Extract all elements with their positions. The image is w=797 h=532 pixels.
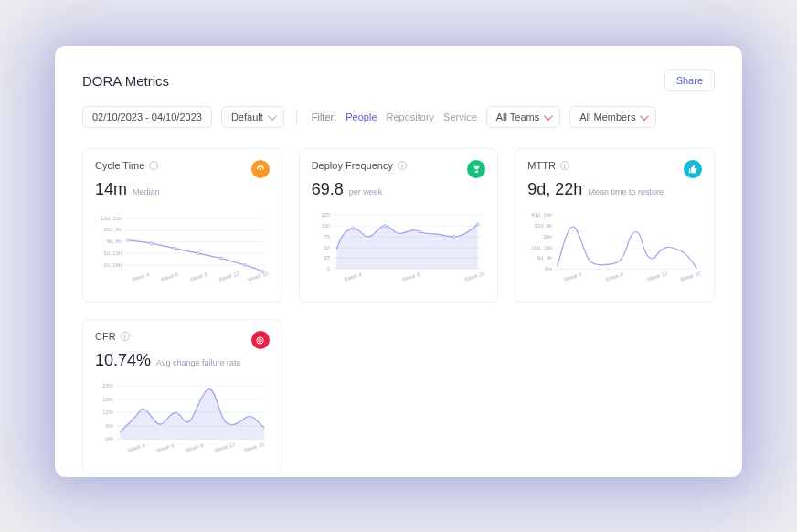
thumbs-up-icon bbox=[684, 160, 702, 178]
card-title: Deploy Frequency i bbox=[312, 160, 407, 171]
card-title: CFR i bbox=[95, 331, 130, 342]
chevron-down-icon bbox=[268, 112, 277, 121]
card-title: MTTR i bbox=[527, 160, 569, 171]
svg-point-14 bbox=[220, 257, 223, 260]
svg-text:13d, 21h: 13d, 21h bbox=[101, 216, 122, 221]
svg-text:Week 6: Week 6 bbox=[160, 271, 179, 282]
svg-text:Week 16: Week 16 bbox=[247, 271, 269, 282]
svg-text:12%: 12% bbox=[102, 410, 114, 415]
svg-point-34 bbox=[352, 227, 355, 229]
svg-text:0%: 0% bbox=[105, 436, 113, 442]
svg-text:75: 75 bbox=[324, 234, 330, 239]
filter-option-service[interactable]: Service bbox=[443, 112, 477, 122]
preset-selector[interactable]: Default bbox=[221, 106, 284, 128]
svg-point-55 bbox=[260, 339, 260, 340]
card-title-text: Deploy Frequency bbox=[312, 160, 393, 171]
card-value: 69.8 bbox=[312, 180, 344, 199]
svg-point-15 bbox=[243, 263, 246, 266]
card-value: 14m bbox=[95, 180, 127, 199]
svg-text:Week 4: Week 4 bbox=[127, 442, 146, 453]
date-range-value: 02/10/2023 - 04/10/2023 bbox=[92, 112, 202, 122]
svg-text:0m: 0m bbox=[545, 266, 552, 271]
svg-text:Week 8: Week 8 bbox=[185, 442, 204, 453]
chart-cfr: 25% 18% 12% 6% 0% Week 4 Week 6 Week 8 W… bbox=[95, 370, 270, 462]
card-mttr[interactable]: MTTR i 9d, 22h Mean time to restore 41d,… bbox=[515, 148, 715, 303]
svg-text:Week 4: Week 4 bbox=[564, 271, 583, 282]
teams-selector[interactable]: All Teams bbox=[486, 106, 560, 128]
chevron-down-icon bbox=[544, 112, 553, 121]
chevron-down-icon bbox=[640, 112, 649, 121]
filter-label: Filter: bbox=[312, 112, 337, 122]
svg-text:2d, 19h: 2d, 19h bbox=[103, 262, 122, 268]
svg-point-36 bbox=[418, 230, 420, 233]
svg-text:41d, 16h: 41d, 16h bbox=[532, 212, 553, 218]
svg-point-10 bbox=[127, 239, 130, 241]
svg-text:5d, 13h: 5d, 13h bbox=[103, 250, 122, 256]
card-sublabel: per week bbox=[349, 187, 383, 197]
trophy-icon bbox=[467, 160, 485, 178]
card-cfr[interactable]: CFR i 10.74% Avg change failure rate 25%… bbox=[82, 319, 282, 473]
chart-mttr: 41d, 16h 32d, 8h 26h 16d, 16h 8d, 8h 0m … bbox=[527, 199, 702, 291]
chart-deploy-frequency: 125 100 75 50 25 0 Week 4 Week 8 Week 16 bbox=[312, 199, 486, 291]
filter-option-repository[interactable]: Repository bbox=[387, 112, 435, 122]
members-label: All Members bbox=[579, 112, 635, 122]
card-sublabel: Median bbox=[133, 187, 160, 197]
svg-text:Week 16: Week 16 bbox=[463, 271, 485, 282]
info-icon[interactable]: i bbox=[149, 161, 158, 170]
svg-text:0: 0 bbox=[326, 266, 330, 271]
svg-text:100: 100 bbox=[321, 223, 331, 229]
svg-point-38 bbox=[476, 223, 479, 226]
page-title: DORA Metrics bbox=[82, 73, 169, 89]
svg-text:32d, 8h: 32d, 8h bbox=[535, 223, 553, 229]
divider bbox=[296, 109, 297, 125]
date-range-picker[interactable]: 02/10/2023 - 04/10/2023 bbox=[82, 106, 212, 128]
svg-text:Week 6: Week 6 bbox=[156, 442, 175, 453]
svg-text:8d, 8h: 8d, 8h bbox=[107, 239, 122, 244]
target-icon bbox=[251, 331, 270, 349]
svg-text:11d, 8h: 11d, 8h bbox=[103, 227, 122, 232]
svg-text:Week 16: Week 16 bbox=[680, 271, 702, 282]
svg-text:6%: 6% bbox=[105, 423, 113, 429]
svg-text:50: 50 bbox=[324, 245, 330, 250]
card-value: 10.74% bbox=[95, 351, 151, 370]
svg-text:Week 4: Week 4 bbox=[343, 271, 362, 282]
card-cycle-time[interactable]: Cycle Time i 14m Median 13d, 21h 11d, 8h… bbox=[82, 148, 282, 303]
filter-option-people[interactable]: People bbox=[345, 112, 377, 122]
card-sublabel: Avg change failure rate bbox=[156, 358, 240, 367]
share-button[interactable]: Share bbox=[664, 69, 715, 91]
info-icon[interactable]: i bbox=[560, 161, 569, 170]
svg-text:26h: 26h bbox=[544, 234, 553, 239]
svg-text:Week 8: Week 8 bbox=[189, 271, 208, 282]
card-title: Cycle Time i bbox=[95, 160, 158, 171]
info-icon[interactable]: i bbox=[121, 332, 130, 341]
svg-text:125: 125 bbox=[321, 212, 331, 218]
svg-point-11 bbox=[150, 242, 153, 245]
card-sublabel: Mean time to restore bbox=[588, 187, 664, 197]
svg-point-12 bbox=[174, 247, 176, 250]
preset-label: Default bbox=[231, 112, 263, 122]
info-icon[interactable]: i bbox=[398, 161, 407, 170]
card-deploy-frequency[interactable]: Deploy Frequency i 69.8 per week 125 100… bbox=[299, 148, 499, 303]
svg-text:Week 8: Week 8 bbox=[401, 271, 420, 282]
svg-text:Week 4: Week 4 bbox=[131, 271, 150, 282]
svg-text:16d, 16h: 16d, 16h bbox=[532, 245, 553, 250]
card-title-text: MTTR bbox=[527, 160, 556, 171]
svg-text:8d, 8h: 8d, 8h bbox=[537, 255, 552, 261]
dashboard-panel: DORA Metrics Share 02/10/2023 - 04/10/20… bbox=[55, 46, 742, 477]
svg-point-35 bbox=[383, 225, 386, 228]
filter-bar: 02/10/2023 - 04/10/2023 Default Filter: … bbox=[82, 106, 715, 128]
teams-label: All Teams bbox=[496, 112, 539, 122]
card-title-text: CFR bbox=[95, 331, 116, 342]
svg-text:18%: 18% bbox=[102, 397, 114, 402]
svg-text:Week 12: Week 12 bbox=[646, 271, 669, 282]
svg-text:Week 8: Week 8 bbox=[605, 271, 624, 282]
members-selector[interactable]: All Members bbox=[569, 106, 656, 128]
card-value: 9d, 22h bbox=[527, 180, 582, 199]
svg-point-13 bbox=[197, 252, 199, 255]
svg-text:Week 12: Week 12 bbox=[214, 442, 237, 453]
svg-text:25%: 25% bbox=[102, 383, 114, 388]
svg-text:Week 12: Week 12 bbox=[218, 271, 241, 282]
svg-text:Week 16: Week 16 bbox=[243, 442, 266, 453]
gauge-icon bbox=[251, 160, 270, 178]
svg-text:25: 25 bbox=[324, 255, 330, 261]
